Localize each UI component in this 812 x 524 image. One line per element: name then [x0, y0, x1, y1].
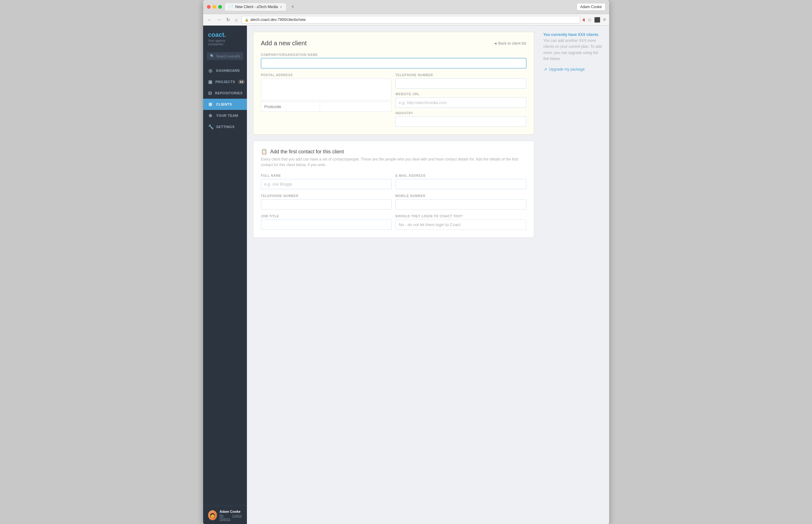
industry-input[interactable] [395, 116, 526, 127]
logout-link[interactable]: Logout [232, 514, 242, 521]
telephone-label: TELEPHONE NUMBER [395, 73, 526, 77]
login-select[interactable]: No - do not let them login to Coact [395, 219, 526, 230]
job-title-col: JOB TITLE [261, 215, 392, 230]
telephone-section: TELEPHONE NUMBER [395, 73, 526, 89]
my-options-link[interactable]: My Options [219, 514, 230, 521]
address-telephone-row: POSTAL ADDRESS TELEPHONE NUMBER [261, 73, 526, 127]
job-title-label: JOB TITLE [261, 215, 392, 218]
sidebar-item-projects[interactable]: ▣ PROJECTS 34 [203, 76, 247, 87]
sidebar-item-label: SETTINGS [216, 125, 235, 129]
postal-address-col: POSTAL ADDRESS [261, 73, 392, 127]
toolbar-right: 4 ☆ ⬛ ≡ [583, 17, 606, 23]
mobile-input[interactable] [395, 199, 526, 210]
login-label: SHOULD THEY LOGIN TO COACT TOO? [395, 215, 526, 218]
browser-tab[interactable]: 📄 New Client - aTech Media ✕ [225, 3, 286, 11]
sidebar-search: 🔍 [203, 50, 247, 65]
new-tab-button[interactable]: + [289, 4, 296, 10]
job-title-input[interactable] [261, 219, 392, 230]
lock-icon: 🔒 [245, 18, 249, 21]
sidebar-item-your-team[interactable]: ⊕ YOUR TEAM [203, 110, 247, 121]
user-name: Adam Cooke [219, 510, 242, 513]
form-area: Add a new client ◄ Back to client list C… [247, 26, 540, 244]
logo-text: coact. [208, 31, 242, 38]
user-links: My Options Logout [219, 514, 242, 521]
tab-close-button[interactable]: ✕ [280, 5, 282, 9]
user-info: Adam Cooke My Options Logout [219, 510, 242, 521]
browser-window: 📄 New Client - aTech Media ✕ + Adam Cook… [203, 0, 609, 524]
team-icon: ⊕ [208, 113, 213, 118]
contact-telephone-col: TELEPHONE NUMBER [261, 194, 392, 210]
sidebar-item-label: REPOSITORIES [215, 91, 242, 95]
star-icon[interactable]: ☆ [587, 17, 592, 23]
search-wrap[interactable]: 🔍 [207, 52, 243, 60]
main-inner: Add a new client ◄ Back to client list C… [247, 26, 609, 244]
url-text: atech.coact.dev:7900/clients/new [250, 17, 306, 22]
email-label: E-MAIL ADDRESS [395, 174, 526, 177]
industry-section: INDUSTRY [395, 112, 526, 127]
search-input[interactable] [216, 54, 240, 58]
logo-subtitle: Your agency companion. [208, 39, 242, 46]
sidebar-user: 🧑 Adam Cooke My Options Logout [203, 506, 247, 524]
minimize-button[interactable] [212, 5, 216, 9]
projects-icon: ▣ [208, 79, 212, 84]
full-name-input[interactable] [261, 179, 392, 189]
sidebar-item-label: CLIENTS [216, 102, 232, 106]
browser-titlebar: 📄 New Client - aTech Media ✕ + Adam Cook… [203, 0, 609, 14]
company-name-label: COMPANY/ORGANISATION NAME [261, 53, 526, 56]
upgrade-icon: ↗ [543, 67, 547, 72]
card-title: Add a new client [261, 40, 307, 47]
sidebar-item-label: DASHBOARD [216, 69, 240, 72]
home-button[interactable]: ⌂ [234, 17, 239, 23]
sidebar-item-repositories[interactable]: ⊟ REPOSITORIES [203, 87, 247, 99]
clients-icon: ⊞ [208, 102, 213, 107]
postcode-input[interactable] [261, 101, 320, 112]
mobile-label: MOBILE NUMBER [395, 194, 526, 198]
contact-header: 📋 Add the first contact for this client [261, 149, 526, 154]
clients-strong-text: You currently have XXX clients [543, 32, 599, 37]
sidebar-item-settings[interactable]: 🔧 SETTINGS [203, 121, 247, 132]
sidebar-item-label: PROJECTS [216, 80, 235, 84]
postal-address-input[interactable] [261, 78, 392, 100]
settings-icon: 🔧 [208, 124, 213, 129]
telephone-website-col: TELEPHONE NUMBER WEBSITE URL INDUSTRY [395, 73, 526, 127]
full-name-label: FULL NAME [261, 174, 392, 177]
postcode-row [261, 101, 392, 112]
app-container: coact. Your agency companion. 🔍 ◎ DASHBO… [203, 26, 609, 524]
back-to-client-list-link[interactable]: ◄ Back to client list [494, 41, 526, 46]
industry-label: INDUSTRY [395, 112, 526, 115]
full-name-col: FULL NAME [261, 174, 392, 189]
sidebar-info-text: You currently have XXX clients. You can … [543, 32, 603, 62]
sidebar-item-dashboard[interactable]: ◎ DASHBOARD [203, 65, 247, 76]
contact-description: Every client that you add can have a set… [261, 157, 526, 168]
dashboard-icon: ◎ [208, 68, 213, 73]
close-button[interactable] [207, 5, 211, 9]
sidebar-item-clients[interactable]: ⊞ CLIENTS [203, 99, 247, 110]
forward-nav-button[interactable]: → [216, 17, 223, 23]
traffic-lights [207, 5, 222, 9]
contact-icon: 📋 [261, 149, 267, 154]
projects-badge: 34 [238, 80, 245, 84]
browser-toolbar: ← → ↻ ⌂ 🔒 atech.coact.dev:7900/clients/n… [203, 14, 609, 26]
card-header: Add a new client ◄ Back to client list [261, 40, 526, 47]
company-name-input[interactable] [261, 58, 526, 68]
sidebar-info-panel: You currently have XXX clients. You can … [540, 26, 609, 244]
menu-icon[interactable]: ≡ [603, 17, 606, 22]
contact-telephone-input[interactable] [261, 199, 392, 210]
address-bar[interactable]: 🔒 atech.coact.dev:7900/clients/new [241, 16, 580, 23]
upgrade-label: Upgrade my package [549, 67, 585, 71]
cast-icon[interactable]: ⬛ [594, 17, 601, 23]
contact-telephone-label: TELEPHONE NUMBER [261, 194, 392, 198]
website-input[interactable] [395, 97, 526, 108]
maximize-button[interactable] [218, 5, 222, 9]
postcode-right [320, 101, 392, 112]
back-nav-button[interactable]: ← [206, 17, 213, 23]
telephone-input[interactable] [395, 78, 526, 89]
tab-favicon: 📄 [229, 5, 234, 9]
contact-card: 📋 Add the first contact for this client … [253, 141, 534, 238]
email-col: E-MAIL ADDRESS [395, 174, 526, 189]
upgrade-link[interactable]: ↗ Upgrade my package [543, 67, 603, 72]
email-input[interactable] [395, 179, 526, 189]
website-label: WEBSITE URL [395, 93, 526, 96]
reload-button[interactable]: ↻ [225, 17, 231, 23]
company-name-section: COMPANY/ORGANISATION NAME [261, 53, 526, 68]
